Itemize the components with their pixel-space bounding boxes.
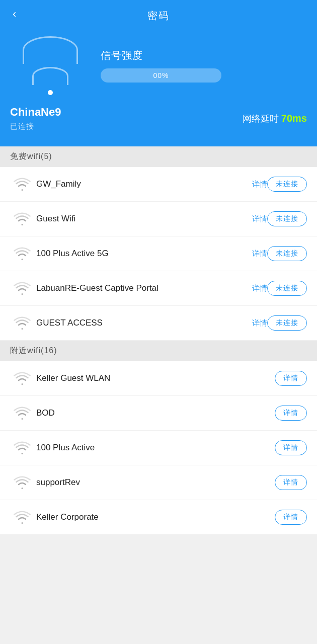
nearby-wifi-list: Keller Guest WLAN 详情 BOD 详情 100 Plus Act… bbox=[0, 361, 317, 535]
nearby-wifi-header: 附近wifi(16) bbox=[0, 341, 317, 361]
signal-bar: 00% bbox=[101, 68, 221, 83]
detail-button[interactable]: 详情 bbox=[275, 371, 307, 386]
free-wifi-item: GW_Family 详情 未连接 bbox=[0, 167, 317, 202]
connect-button[interactable]: 未连接 bbox=[267, 177, 307, 192]
delay-value: 70ms bbox=[281, 113, 307, 124]
detail-link[interactable]: 详情 bbox=[252, 318, 267, 328]
wifi-item-name: LabuanRE-Guest Captive Portal bbox=[36, 283, 247, 293]
header-section: ‹ 密码 信号强度 00% ChinaNe9 已连接 网络延时 70ms bbox=[0, 0, 317, 146]
nearby-wifi-item: BOD 详情 bbox=[0, 396, 317, 431]
detail-button[interactable]: 详情 bbox=[275, 510, 307, 525]
network-info-row: ChinaNe9 已连接 网络延时 70ms bbox=[10, 106, 307, 131]
wifi-icon bbox=[10, 369, 34, 387]
detail-button[interactable]: 详情 bbox=[275, 440, 307, 455]
wifi-icon bbox=[10, 210, 34, 228]
wifi-item-name: Guest Wifi bbox=[36, 214, 247, 224]
free-wifi-item: 100 Plus Active 5G 详情 未连接 bbox=[0, 236, 317, 271]
detail-link[interactable]: 详情 bbox=[252, 214, 267, 224]
wifi-dot bbox=[48, 90, 53, 95]
wifi-icon bbox=[10, 404, 34, 422]
detail-link[interactable]: 详情 bbox=[252, 284, 267, 293]
connected-status: 已连接 bbox=[10, 122, 61, 131]
wifi-item-name: GUEST ACCESS bbox=[36, 318, 247, 328]
network-name: ChinaNe9 bbox=[10, 106, 61, 119]
nearby-wifi-item: 100 Plus Active 详情 bbox=[0, 431, 317, 465]
wifi-item-name: Keller Corporate bbox=[36, 512, 275, 522]
connect-button[interactable]: 未连接 bbox=[267, 281, 307, 296]
wifi-arc-inner bbox=[32, 67, 68, 85]
connected-info: 信号强度 00% bbox=[10, 35, 307, 96]
nearby-wifi-item: Keller Corporate 详情 bbox=[0, 500, 317, 535]
detail-link[interactable]: 详情 bbox=[252, 180, 267, 189]
detail-link[interactable]: 详情 bbox=[252, 249, 267, 259]
wifi-icon bbox=[10, 175, 34, 193]
free-wifi-item: Guest Wifi 详情 未连接 bbox=[0, 202, 317, 236]
back-button[interactable]: ‹ bbox=[10, 5, 19, 23]
wifi-item-name: supportRev bbox=[36, 477, 275, 488]
wifi-icon bbox=[10, 245, 34, 263]
signal-percent: 00% bbox=[153, 71, 169, 79]
wifi-icon bbox=[10, 314, 34, 332]
wifi-item-name: BOD bbox=[36, 408, 275, 418]
wifi-icon-large bbox=[10, 35, 91, 96]
wifi-icon bbox=[10, 473, 34, 492]
page-title: 密码 bbox=[147, 9, 170, 23]
nearby-wifi-item: supportRev 详情 bbox=[0, 465, 317, 500]
detail-button[interactable]: 详情 bbox=[275, 406, 307, 421]
wifi-arc-outer bbox=[23, 36, 78, 64]
wifi-item-name: 100 Plus Active bbox=[36, 443, 275, 453]
detail-button[interactable]: 详情 bbox=[275, 475, 307, 490]
top-bar: ‹ 密码 bbox=[10, 0, 307, 28]
signal-label: 信号强度 bbox=[101, 49, 307, 62]
connect-button[interactable]: 未连接 bbox=[267, 211, 307, 226]
wifi-icon bbox=[10, 508, 34, 526]
nearby-wifi-item: Keller Guest WLAN 详情 bbox=[0, 361, 317, 396]
wifi-icon bbox=[10, 439, 34, 457]
free-wifi-item: GUEST ACCESS 详情 未连接 bbox=[0, 306, 317, 341]
free-wifi-item: LabuanRE-Guest Captive Portal 详情 未连接 bbox=[0, 271, 317, 306]
delay-label: 网络延时 bbox=[243, 114, 279, 124]
wifi-item-name: Keller Guest WLAN bbox=[36, 373, 275, 383]
free-wifi-header: 免费wifi(5) bbox=[0, 146, 317, 167]
connect-button[interactable]: 未连接 bbox=[267, 246, 307, 261]
connect-button[interactable]: 未连接 bbox=[267, 315, 307, 331]
network-name-group: ChinaNe9 已连接 bbox=[10, 106, 61, 131]
wifi-item-name: GW_Family bbox=[36, 179, 247, 189]
wifi-icon bbox=[10, 279, 34, 297]
network-delay-group: 网络延时 70ms bbox=[243, 113, 307, 125]
free-wifi-list: GW_Family 详情 未连接 Guest Wifi 详情 未连接 100 P… bbox=[0, 167, 317, 341]
wifi-item-name: 100 Plus Active 5G bbox=[36, 249, 247, 259]
signal-section: 信号强度 00% bbox=[91, 49, 307, 83]
